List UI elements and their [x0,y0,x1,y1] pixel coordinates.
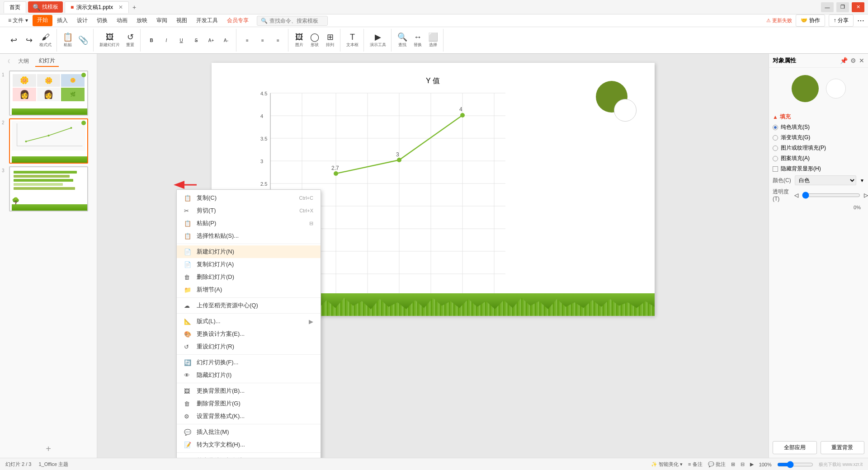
tab-close-icon[interactable]: ✕ [118,4,123,10]
find-button[interactable]: 🔍查找 [395,32,410,49]
underline-button[interactable]: U [174,37,189,44]
pin-icon[interactable]: 📌 [840,57,848,64]
settings-icon[interactable]: ⚙ [850,57,856,64]
replace-button[interactable]: ↔替换 [410,32,425,49]
tab-developer[interactable]: 开发工具 [192,15,222,26]
menu-upload[interactable]: ☁ 上传至稻壳资源中心(Q) [177,299,321,312]
menu-new-slide[interactable]: 📄 新建幻灯片(N) [177,245,321,258]
tab-slideshow[interactable]: 放映 [132,15,152,26]
tab-transition[interactable]: 切换 [92,15,112,26]
close-panel-icon[interactable]: ✕ [859,57,864,64]
comment-btn[interactable]: 💬 批注 [708,461,726,468]
maximize-button[interactable]: ❐ [836,2,849,12]
align-left-button[interactable]: ≡ [240,37,255,44]
menu-change-bg[interactable]: 🖼 更换背景图片(B)... [177,385,321,397]
select-button[interactable]: ⬜选择 [426,32,440,49]
paste-button[interactable]: 📋粘贴 [61,32,75,49]
tab-add[interactable]: + [129,2,140,13]
view-grid-icon[interactable]: ⊟ [741,461,745,467]
present-button[interactable]: ▶演示工具 [368,32,388,49]
slide-thumb-2[interactable] [9,118,88,164]
apply-all-button[interactable]: 全部应用 [773,441,817,454]
menu-add-note[interactable]: ≡ 单击此处添加备注 [177,454,321,458]
tab-member[interactable]: 会员专享 [222,15,253,26]
tab-insert[interactable]: 插入 [52,15,72,26]
add-slide-button[interactable]: + [0,440,97,458]
undo-button[interactable]: ↩ [6,35,21,46]
picture-button[interactable]: 🖼图片 [292,32,307,49]
menu-convert-doc[interactable]: 📝 转为文字文档(H)... [177,438,321,451]
strikethrough-button[interactable]: S [189,37,203,44]
menu-hide-slide[interactable]: 👁 隐藏幻灯片(I) [177,369,321,381]
opacity-decrease-icon[interactable]: ◁ [794,192,798,198]
menu-change-design[interactable]: 🎨 更换设计方案(E)... [177,328,321,340]
clipboard-button[interactable]: 📎 [76,35,90,46]
menu-cut[interactable]: ✂ 剪切(T) Ctrl+X [177,204,321,217]
slide-item-1[interactable]: 1 🌼 🌼 🌼 👩 👩 🌿 [2,70,95,116]
color-select[interactable]: 白色 [795,175,856,185]
shape-button[interactable]: ◯形状 [307,32,322,49]
hide-bg-checkbox[interactable] [773,166,778,172]
bold-button[interactable]: B [144,37,159,44]
panel-collapse[interactable]: 《 [4,57,12,66]
more-icon[interactable]: ⋯ [857,16,864,25]
color-dropdown-icon[interactable]: ▼ [860,178,864,183]
ribbon-search[interactable]: 🔍 [257,16,328,26]
menu-paste[interactable]: 📋 粘贴(P) ⊟ [177,217,321,230]
tab-animation[interactable]: 动画 [112,15,132,26]
slides-tab[interactable]: 幻灯片 [35,56,59,67]
format-painter-button[interactable]: 🖌格式式 [37,32,54,49]
menu-delete-slide[interactable]: 🗑 删除幻灯片(D) [177,271,321,283]
menu-transition[interactable]: 🔄 幻灯片切换(F)... [177,356,321,369]
arrange-button[interactable]: ⊞排列 [323,32,337,49]
slide-item-3[interactable]: 3 🌳 [2,166,95,212]
pattern-fill-radio[interactable] [773,156,778,161]
menu-layout[interactable]: 📐 版式(L)... ▶ [177,315,321,328]
new-slide-button[interactable]: 🖼新建幻灯片 [97,32,122,49]
tab-home[interactable]: 首页 [4,1,26,13]
tab-file[interactable]: 🔍 找模板 [28,1,63,13]
reset-bg-button[interactable]: 重置背景 [821,441,865,454]
tab-view[interactable]: 视图 [172,15,192,26]
menu-add-section[interactable]: 📁 新增节(A) [177,283,321,296]
menu-duplicate-slide[interactable]: 📄 复制幻灯片(A) [177,258,321,271]
align-right-button[interactable]: ≡ [271,37,285,44]
minimize-button[interactable]: — [821,2,834,12]
gradient-fill-radio[interactable] [773,135,778,141]
menu-delete-bg[interactable]: 🗑 删除背景图片(G) [177,397,321,410]
reset-button[interactable]: ↺重置 [123,32,137,49]
menu-copy[interactable]: 📋 复制(C) Ctrl+C [177,192,321,204]
close-button[interactable]: ✕ [852,2,864,12]
picture-fill-radio[interactable] [773,146,778,151]
solid-fill-radio[interactable] [773,125,778,130]
gradient-fill-option[interactable]: 渐变填充(G) [773,134,864,141]
share-button[interactable]: ↑ 分享 [829,14,854,27]
view-normal-icon[interactable]: ⊞ [731,461,735,467]
menu-set-bg-format[interactable]: ⚙ 设置背景格式(K)... [177,410,321,423]
opacity-slider[interactable] [802,192,860,199]
collab-button[interactable]: 🤝 协作 [796,14,825,27]
tab-design[interactable]: 设计 [72,15,92,26]
tab-doc[interactable]: ■ 演示文稿1.pptx ✕ [65,1,129,13]
slide-thumb-1[interactable]: 🌼 🌼 🌼 👩 👩 🌿 [9,70,88,116]
opacity-increase-icon[interactable]: ▷ [864,192,868,198]
notes-btn[interactable]: ≡ 备注 [688,461,702,468]
tab-file-menu[interactable]: ≡ 文件 ▾ [4,15,33,26]
pattern-fill-option[interactable]: 图案填充(A) [773,155,864,162]
menu-selective-paste[interactable]: 📋 选择性粘贴(S)... [177,230,321,242]
tab-start[interactable]: 开始 [33,15,52,26]
fontsize-increase[interactable]: A+ [204,37,218,44]
canvas-area[interactable]: Y 值 4.5 4 3.5 3 2.5 2 1.5 1 0.5 0 0 0.5 [97,54,769,458]
slide-item-2[interactable]: 2 [2,118,95,164]
slide-thumb-3[interactable]: 🌳 [9,166,88,212]
align-center-button[interactable]: ≡ [255,37,270,44]
outline-tab[interactable]: 大纲 [14,56,33,66]
menu-reset-slide[interactable]: ↺ 重设幻灯片(R) [177,340,321,353]
smart-btn[interactable]: ✨ 智能美化 ▾ [651,461,683,468]
menu-insert-comment[interactable]: 💬 插入批注(M) [177,426,321,438]
present-icon[interactable]: ▶ [750,461,754,467]
zoom-slider[interactable] [777,461,813,468]
hide-bg-option[interactable]: 隐藏背景显形(H) [773,165,864,173]
redo-button[interactable]: ↪ [22,35,36,46]
italic-button[interactable]: I [159,37,174,44]
